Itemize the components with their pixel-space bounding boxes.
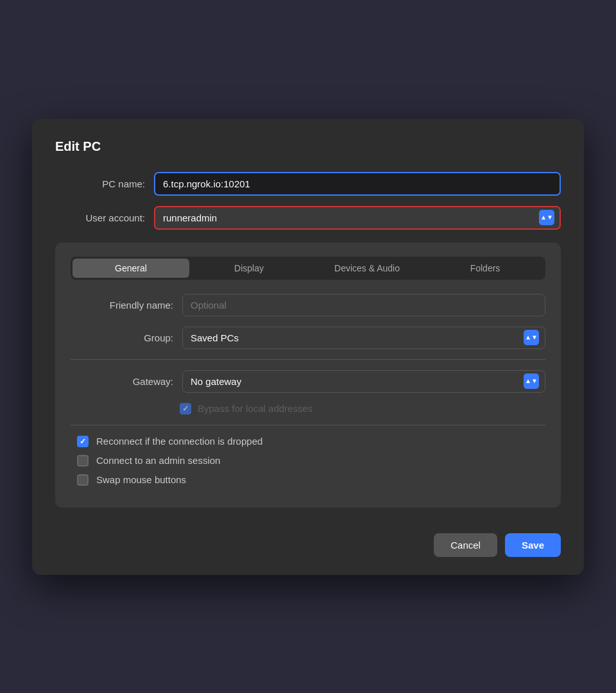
bypass-checkbox[interactable]: ✓: [180, 403, 191, 415]
swap-mouse-row: Swap mouse buttons: [71, 474, 545, 486]
reconnect-row: ✓ Reconnect if the connection is dropped: [71, 436, 545, 447]
bypass-label: Bypass for local addresses: [198, 403, 312, 414]
swap-mouse-label: Swap mouse buttons: [96, 474, 186, 485]
swap-mouse-checkbox[interactable]: [77, 474, 89, 486]
tab-general[interactable]: General: [73, 259, 189, 278]
reconnect-label: Reconnect if the connection is dropped: [96, 436, 262, 447]
divider-2: [71, 425, 545, 425]
gateway-select[interactable]: No gateway: [182, 370, 545, 393]
pc-name-input[interactable]: [154, 172, 561, 196]
user-account-label: User account:: [55, 212, 145, 223]
bypass-row: ✓ Bypass for local addresses: [71, 403, 545, 415]
admin-session-label: Connect to an admin session: [96, 455, 220, 466]
friendly-name-label: Friendly name:: [71, 300, 173, 311]
user-account-select[interactable]: runneradmin: [154, 206, 561, 230]
gateway-row: Gateway: No gateway ▲▼: [71, 370, 545, 393]
tabs-bar: General Display Devices & Audio Folders: [71, 257, 545, 280]
group-row: Group: Saved PCs ▲▼: [71, 327, 545, 349]
tabs-panel: General Display Devices & Audio Folders …: [55, 243, 561, 508]
reconnect-checkmark-icon: ✓: [80, 437, 86, 446]
tab-display[interactable]: Display: [191, 259, 307, 278]
admin-session-row: Connect to an admin session: [71, 455, 545, 466]
group-select[interactable]: Saved PCs: [182, 327, 545, 349]
admin-session-checkbox[interactable]: [77, 455, 89, 466]
group-wrapper: Saved PCs ▲▼: [182, 327, 545, 349]
tab-folders[interactable]: Folders: [427, 259, 543, 278]
gateway-label: Gateway:: [71, 376, 173, 387]
friendly-name-row: Friendly name:: [71, 294, 545, 316]
reconnect-checkbox[interactable]: ✓: [77, 436, 89, 447]
user-account-wrapper: runneradmin ▲▼: [154, 206, 561, 230]
friendly-name-input[interactable]: [182, 294, 545, 316]
dialog-title: Edit PC: [55, 139, 561, 154]
user-account-row: User account: runneradmin ▲▼: [55, 206, 561, 230]
group-label: Group:: [71, 332, 173, 343]
save-button[interactable]: Save: [505, 533, 561, 557]
divider-1: [71, 359, 545, 360]
cancel-button[interactable]: Cancel: [434, 533, 497, 557]
pc-name-row: PC name:: [55, 172, 561, 196]
pc-name-label: PC name:: [55, 178, 145, 189]
edit-pc-dialog: Edit PC PC name: User account: runneradm…: [32, 119, 584, 575]
tab-devices-audio[interactable]: Devices & Audio: [309, 259, 425, 278]
dialog-footer: Cancel Save: [55, 533, 561, 557]
bypass-checkmark-icon: ✓: [182, 404, 189, 413]
gateway-wrapper: No gateway ▲▼: [182, 370, 545, 393]
